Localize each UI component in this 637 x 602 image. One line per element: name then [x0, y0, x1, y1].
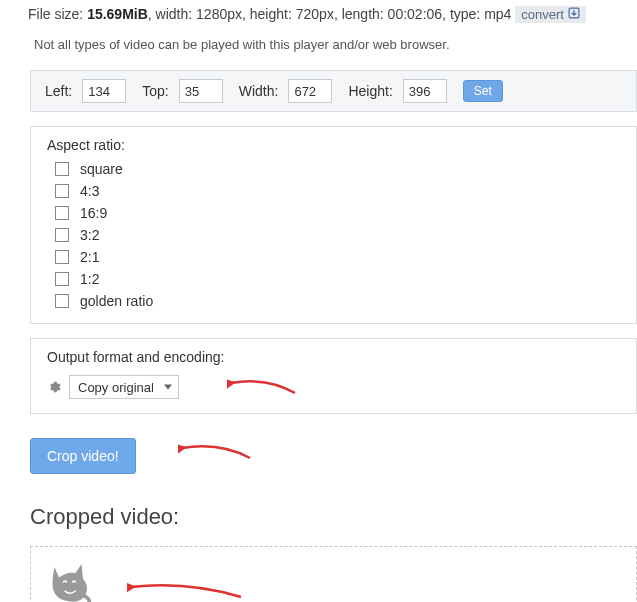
chevron-down-icon	[164, 385, 172, 390]
output-format-value: Copy original	[78, 380, 154, 395]
download-icon	[568, 7, 580, 22]
crop-width-input[interactable]	[288, 79, 332, 103]
aspect-option[interactable]: 2:1	[51, 247, 620, 267]
aspect-checkbox[interactable]	[55, 272, 69, 286]
cat-placeholder-icon	[47, 561, 95, 602]
output-title: Output format and encoding:	[47, 349, 620, 365]
crop-video-button[interactable]: Crop video!	[30, 438, 136, 474]
result-title: Cropped video:	[30, 504, 637, 530]
result-box	[30, 546, 637, 602]
aspect-option[interactable]: 1:2	[51, 269, 620, 289]
aspect-checkbox[interactable]	[55, 162, 69, 176]
set-button[interactable]: Set	[463, 80, 503, 102]
aspect-option-label: 16:9	[80, 205, 107, 221]
annotation-arrow-icon	[127, 571, 243, 602]
gear-icon	[47, 380, 61, 394]
convert-button[interactable]: convert	[515, 6, 586, 23]
length-label: , length:	[334, 6, 384, 22]
width-value: 1280px	[196, 6, 242, 22]
output-format-select[interactable]: Copy original	[69, 375, 179, 399]
aspect-panel: Aspect ratio: square 4:3 16:9 3:2 2:1 1:…	[30, 126, 637, 324]
crop-height-input[interactable]	[403, 79, 447, 103]
top-input[interactable]	[179, 79, 223, 103]
aspect-option[interactable]: square	[51, 159, 620, 179]
aspect-option[interactable]: 4:3	[51, 181, 620, 201]
aspect-checkbox[interactable]	[55, 206, 69, 220]
aspect-checkbox[interactable]	[55, 294, 69, 308]
crop-coords-panel: Left: Top: Width: Height: Set	[30, 70, 637, 112]
width-label: , width:	[148, 6, 192, 22]
convert-label: convert	[521, 7, 564, 22]
length-value: 00:02:06	[388, 6, 443, 22]
aspect-option[interactable]: 3:2	[51, 225, 620, 245]
annotation-arrow-icon	[178, 434, 252, 464]
left-label: Left:	[45, 83, 72, 99]
file-info: File size: 15.69MiB, width: 1280px, heig…	[28, 6, 637, 23]
output-panel: Output format and encoding: Copy origina…	[30, 338, 637, 414]
height-label: , height:	[242, 6, 292, 22]
aspect-option-label: 4:3	[80, 183, 99, 199]
filesize-value: 15.69MiB	[87, 6, 148, 22]
crop-height-label: Height:	[348, 83, 392, 99]
aspect-checkbox[interactable]	[55, 250, 69, 264]
height-value: 720px	[296, 6, 334, 22]
aspect-option-label: 2:1	[80, 249, 99, 265]
compat-note: Not all types of video can be played wit…	[34, 37, 637, 52]
filesize-label: File size:	[28, 6, 83, 22]
aspect-option-label: square	[80, 161, 123, 177]
left-input[interactable]	[82, 79, 126, 103]
top-label: Top:	[142, 83, 168, 99]
aspect-option-list: square 4:3 16:9 3:2 2:1 1:2 golden ratio	[51, 159, 620, 311]
type-label: , type:	[442, 6, 480, 22]
aspect-title: Aspect ratio:	[47, 137, 620, 153]
crop-width-label: Width:	[239, 83, 279, 99]
aspect-checkbox[interactable]	[55, 228, 69, 242]
aspect-option-label: 3:2	[80, 227, 99, 243]
type-value: mp4	[484, 6, 511, 22]
aspect-option[interactable]: golden ratio	[51, 291, 620, 311]
aspect-option-label: 1:2	[80, 271, 99, 287]
aspect-option[interactable]: 16:9	[51, 203, 620, 223]
aspect-option-label: golden ratio	[80, 293, 153, 309]
aspect-checkbox[interactable]	[55, 184, 69, 198]
